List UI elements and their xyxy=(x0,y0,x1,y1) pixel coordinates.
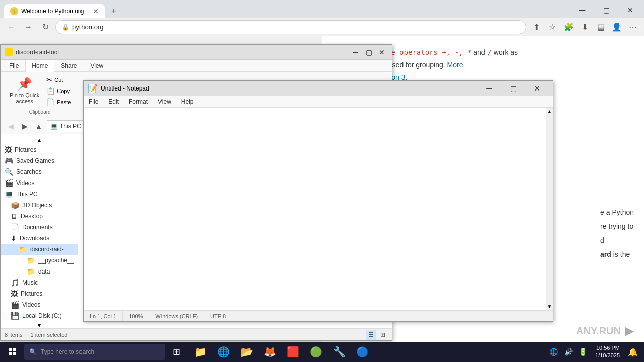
ribbon-pin-button[interactable]: 📌 Pin to Quickaccess xyxy=(7,75,42,107)
notepad-menu-view[interactable]: View xyxy=(153,96,176,107)
taskbar-app1[interactable]: 🟥 xyxy=(282,342,304,362)
browser-tab-active[interactable]: 🐍 Welcome to Python.org ✕ xyxy=(4,4,105,18)
sidebar-item-videos[interactable]: 🎬 Videos xyxy=(1,177,78,189)
bookmark-icon[interactable]: ☆ xyxy=(545,20,559,34)
taskbar-firefox[interactable]: 🦊 xyxy=(259,342,281,362)
scroll-down-btn[interactable]: ▼ xyxy=(546,303,553,310)
browser-toolbar: ⬆ ☆ 🧩 ⬇ ▤ 👤 ⋯ xyxy=(529,20,640,34)
notepad-close[interactable]: ✕ xyxy=(526,82,549,95)
notepad-charset[interactable]: UTF-8 xyxy=(204,311,232,321)
browser-close[interactable]: ✕ xyxy=(619,2,642,18)
new-tab-button[interactable]: + xyxy=(107,4,121,18)
taskbar-tool1[interactable]: 🔧 xyxy=(328,342,350,362)
sidebar-icon[interactable]: ▤ xyxy=(594,20,608,34)
scroll-up-btn[interactable]: ▲ xyxy=(546,108,553,115)
fe-tab-home[interactable]: Home xyxy=(25,60,54,72)
download-icon[interactable]: ⬇ xyxy=(578,20,592,34)
profile-icon[interactable]: 👤 xyxy=(610,20,624,34)
battery-icon[interactable]: 🔋 xyxy=(577,348,589,356)
sidebar-item-music[interactable]: 🎵 Music xyxy=(1,277,78,288)
notepad-line-ending[interactable]: Windows (CRLF) xyxy=(149,311,204,321)
copy-icon: 📋 xyxy=(46,87,55,95)
sidebar-item-data[interactable]: 📁 data xyxy=(1,266,78,277)
notepad-menu-edit[interactable]: Edit xyxy=(103,96,124,107)
notepad-menu-file[interactable]: File xyxy=(84,96,103,107)
sidebar-item-pictures2[interactable]: 🖼 Pictures xyxy=(1,288,78,299)
fe-forward-button[interactable]: ▶ xyxy=(19,120,31,132)
sidebar-scroll-up[interactable]: ▲ xyxy=(1,136,78,144)
url-bar[interactable]: 🔒 python.org xyxy=(55,20,526,34)
pin-icon: 📌 xyxy=(17,77,32,91)
sidebar-label-pycache: __pycache__ xyxy=(38,257,74,264)
fe-maximize-button[interactable]: ▢ xyxy=(363,47,375,57)
view-tiles-button[interactable]: ⊞ xyxy=(378,330,388,340)
sidebar-item-3d[interactable]: 📦 3D Objects xyxy=(1,200,78,211)
sidebar-item-pictures[interactable]: 🖼 Pictures xyxy=(1,144,78,155)
browser-minimize[interactable]: ─ xyxy=(571,2,594,18)
volume-icon[interactable]: 🔊 xyxy=(562,348,575,356)
edge-taskbar-icon: 🌐 xyxy=(217,346,230,358)
extensions-icon[interactable]: 🧩 xyxy=(561,20,576,34)
notepad-scrollbar[interactable]: ▲ ▼ xyxy=(546,108,553,310)
ribbon-cut-copy-paste: ✂ Cut 📋 Copy 📄 Paste xyxy=(44,75,73,107)
notepad-zoom[interactable]: 100% xyxy=(123,311,149,321)
sidebar-item-documents[interactable]: 📄 Documents xyxy=(1,222,78,233)
taskbar-search-bar[interactable]: 🔍 Type here to search xyxy=(24,344,165,360)
ribbon-cut-button[interactable]: ✂ Cut xyxy=(44,75,73,85)
sidebar-item-this-pc[interactable]: 💻 This PC xyxy=(1,189,78,200)
notepad-textarea[interactable] xyxy=(85,109,545,309)
start-button[interactable] xyxy=(0,342,24,362)
taskbar-edge[interactable]: 🌐 xyxy=(212,342,234,362)
url-lock-icon: 🔒 xyxy=(62,24,69,31)
fe-up-button[interactable]: ▲ xyxy=(33,120,45,132)
ribbon-copy-button[interactable]: 📋 Copy xyxy=(44,86,73,96)
more-icon[interactable]: ⋯ xyxy=(626,20,640,34)
taskbar-clock[interactable]: 10:56 PM 1/10/2025 xyxy=(591,344,624,360)
taskbar-files-app[interactable]: 📂 xyxy=(235,342,258,362)
taskbar-chrome[interactable]: 🟢 xyxy=(305,342,327,362)
view-details-button[interactable]: ☰ xyxy=(366,330,376,340)
cut-icon: ✂ xyxy=(46,76,52,84)
sidebar-item-local-disk[interactable]: 💾 Local Disk (C:) xyxy=(1,310,78,321)
refresh-button[interactable]: ↻ xyxy=(38,20,52,34)
task-view-button[interactable]: ⊞ xyxy=(165,342,187,362)
taskbar-tool2[interactable]: 🔵 xyxy=(351,342,373,362)
notepad-menu-help[interactable]: Help xyxy=(176,96,199,107)
fe-minimize-button[interactable]: ─ xyxy=(350,47,362,57)
fe-close-button[interactable]: ✕ xyxy=(376,47,388,57)
sidebar-label-pictures: Pictures xyxy=(15,146,36,153)
notepad-maximize[interactable]: ▢ xyxy=(502,82,525,95)
sidebar-item-searches[interactable]: 🔍 Searches xyxy=(1,166,78,177)
taskbar-file-explorer[interactable]: 📁 xyxy=(189,342,211,362)
tab-close-button[interactable]: ✕ xyxy=(93,7,99,15)
python-bottom-line4: ard is the xyxy=(600,247,634,261)
notepad-minimize[interactable]: ─ xyxy=(477,82,501,95)
browser-maximize[interactable]: ▢ xyxy=(595,2,618,18)
back-button[interactable]: ← xyxy=(4,20,18,34)
sidebar-item-videos2[interactable]: 🎬 Videos xyxy=(1,299,78,310)
sidebar-item-downloads[interactable]: ⬇ Downloads xyxy=(1,233,78,244)
fe-tab-view[interactable]: View xyxy=(84,60,110,71)
sidebar-item-saved-games[interactable]: 🎮 Saved Games xyxy=(1,155,78,166)
fe-ribbon-tabs: File Home Share View xyxy=(1,60,392,72)
forward-button[interactable]: → xyxy=(21,20,35,34)
python-bottom-line1: e a Python xyxy=(600,205,634,219)
python-more-link[interactable]: More xyxy=(447,61,463,69)
sidebar-item-desktop[interactable]: 🖥 Desktop xyxy=(1,211,78,222)
notepad-menu-format[interactable]: Format xyxy=(124,96,153,107)
ribbon-paste-button[interactable]: 📄 Paste xyxy=(44,97,73,107)
path-icon: 💻 xyxy=(50,123,58,130)
sidebar-item-discord[interactable]: 📁 discord-raid- xyxy=(1,244,78,255)
sidebar-label-downloads: Downloads xyxy=(20,235,49,242)
local-disk-icon: 💾 xyxy=(11,312,19,320)
sidebar-scroll-down[interactable]: ▼ xyxy=(1,321,78,328)
share-icon[interactable]: ⬆ xyxy=(529,20,543,34)
notepad-content-area[interactable] xyxy=(84,108,546,310)
notification-button[interactable]: 🔔 xyxy=(626,342,640,362)
fe-tab-file[interactable]: File xyxy=(3,60,25,71)
fe-tab-share[interactable]: Share xyxy=(54,60,84,71)
sidebar-item-pycache[interactable]: 📁 __pycache__ xyxy=(1,255,78,266)
network-icon[interactable]: 🌐 xyxy=(547,348,560,356)
fe-back-button[interactable]: ◀ xyxy=(5,120,17,132)
fe-status-bar: 8 items 1 item selected ☰ ⊞ xyxy=(1,328,392,340)
